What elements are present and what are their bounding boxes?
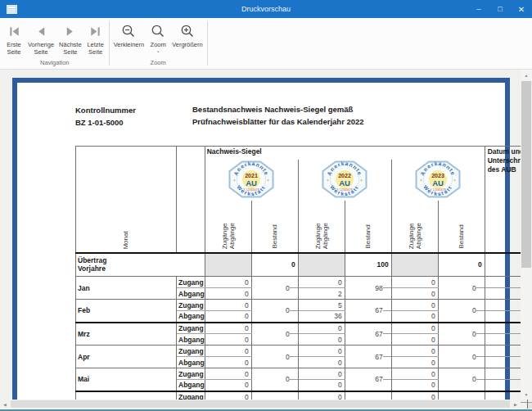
svg-text:✦: ✦ — [233, 178, 237, 183]
vorherige-seite-button[interactable]: Vorherige Seite — [25, 20, 56, 58]
vergr-ern-button[interactable]: Vergrößern — [169, 20, 205, 50]
bestand-cell: 0 — [251, 323, 298, 346]
zugaenge-header-cell: Zugänge Abgänge — [298, 201, 345, 253]
month-label: Apr — [76, 346, 177, 368]
shaded-cell — [205, 253, 251, 277]
svg-text:X 12345678: X 12345678 — [243, 187, 259, 191]
zoom-out-icon — [121, 22, 136, 40]
seal-badge-2022: Anerkannte Werkstatt 2022 AU X 12345678 … — [298, 160, 391, 201]
svg-text:AU: AU — [432, 178, 444, 187]
bestand-cell: 0 — [438, 277, 485, 300]
document-title: Bestandsnachweis Nachweis-Siegel gemäß P… — [192, 104, 364, 128]
abgang-value: 0 — [298, 380, 345, 391]
zoom-button[interactable]: Zoom⌄ — [147, 20, 169, 54]
bestand-cell: 67 — [345, 368, 391, 391]
document-title-line2: Prüfnachweisblätter für das Kalenderjahr… — [192, 116, 364, 129]
vertical-scroll-thumb[interactable] — [521, 81, 531, 268]
bestand-value: 67 — [375, 306, 382, 314]
empty-header-cell — [177, 147, 205, 253]
abgang-value: 2 — [298, 288, 345, 300]
toolbar-group-zoom: VerkleinernZoom⌄VergrößernZoom — [111, 18, 205, 69]
svg-text:AU: AU — [339, 178, 350, 187]
title-bar[interactable]: Druckvorschau – □ ✕ — [0, 0, 532, 18]
abgang-label: Abgang — [177, 334, 205, 346]
bestand-cell: 0 — [438, 300, 485, 323]
bestand-cell: 0 — [438, 323, 485, 346]
seal-inventory-table: Monat Nachweis-Siegel Datum und Untersch… — [75, 146, 532, 409]
zugaenge-header-cell: Zugänge Abgänge — [391, 201, 438, 253]
n-chste-seite-button[interactable]: Nächste Seite — [56, 20, 84, 58]
control-number-block: Kontrollnummer BZ 1-01-5000 — [75, 104, 136, 129]
zugang-label: Zugang — [177, 346, 205, 357]
month-rows: JanZugang0009800Abgang020FebZugang005670… — [76, 277, 532, 409]
abgang-value: 0 — [391, 288, 438, 300]
svg-text:AU: AU — [246, 178, 257, 187]
zugang-value: 0 — [205, 346, 251, 357]
horizontal-scroll-thumb[interactable] — [11, 400, 510, 408]
control-number-label: Kontrollnummer — [75, 104, 136, 116]
month-label: Mai — [76, 368, 177, 391]
group-label-navigation: Navigation — [2, 58, 107, 69]
vertical-scrollbar[interactable]: ▲ ▼ — [521, 70, 532, 400]
abgang-label: Abgang — [177, 380, 205, 391]
svg-text:X 12345678: X 12345678 — [430, 187, 445, 191]
svg-text:✦: ✦ — [420, 178, 423, 183]
zugang-value: 0 — [391, 277, 438, 288]
abgang-label: Abgang — [177, 357, 205, 368]
abgang-label: Abgang — [177, 288, 205, 300]
carryover-bestand: 0 — [438, 253, 485, 277]
scroll-left-icon[interactable]: ◀ — [0, 400, 10, 409]
shaded-cell — [298, 253, 345, 277]
horizontal-scrollbar[interactable]: ◀ ▶ — [0, 400, 521, 409]
bestand-cell: 67 — [345, 300, 391, 323]
zugang-value: 0 — [298, 277, 345, 288]
vermerk-shaded-cell — [527, 403, 532, 409]
svg-text:X 12345678: X 12345678 — [336, 187, 352, 191]
zoom-icon — [151, 22, 165, 40]
abgang-value: 0 — [391, 311, 438, 323]
letzte-seite-button[interactable]: Letzte Seite — [84, 20, 107, 58]
zugang-label: Zugang — [177, 300, 205, 311]
carryover-row: Übertrag Vorjahre 0 100 0 — [76, 253, 532, 277]
bestand-cell: 0 — [251, 346, 298, 368]
shaded-cell — [391, 253, 438, 277]
scroll-right-icon[interactable]: ▶ — [511, 400, 521, 409]
toolbar-group-navigation: Erste SeiteVorherige SeiteNächste SeiteL… — [2, 18, 107, 69]
erste-seite-button[interactable]: Erste Seite — [2, 20, 25, 58]
control-number-value: BZ 1-01-5000 — [75, 116, 136, 129]
bestand-cell: 0 — [438, 368, 485, 391]
preview-pane: Kontrollnummer BZ 1-01-5000 Bestandsnach… — [0, 70, 532, 409]
carryover-bestand: 0 — [251, 253, 298, 277]
month-row-jan: JanZugang0009800 — [76, 277, 532, 288]
table-header-rows: Monat Nachweis-Siegel Datum und Untersch… — [76, 147, 532, 277]
svg-text:2022: 2022 — [338, 173, 351, 178]
toolbar: Erste SeiteVorherige SeiteNächste SeiteL… — [0, 18, 532, 70]
zugang-value: 0 — [391, 368, 438, 380]
month-row-mai: MaiZugang0006700 — [76, 368, 532, 380]
abgang-label: Abgang — [177, 311, 205, 323]
verkleinern-button[interactable]: Verkleinern — [111, 20, 147, 50]
siegel-header-label: Nachweis-Siegel — [205, 147, 485, 160]
month-label: Jan — [76, 277, 177, 300]
abgang-value: 0 — [298, 357, 345, 368]
bestand-value: 67 — [375, 375, 382, 383]
monat-header-label: Monat — [122, 149, 129, 249]
group-label-zoom: Zoom — [111, 58, 205, 69]
zugaenge-header-cell: Zugänge Abgänge — [205, 201, 251, 253]
zugang-value: 0 — [205, 368, 251, 380]
bestand-value: 67 — [375, 353, 382, 361]
svg-text:✦: ✦ — [327, 178, 330, 183]
zugang-value: 0 — [391, 323, 438, 334]
month-label: Mrz — [76, 323, 177, 346]
zugang-label: Zugang — [177, 277, 205, 288]
scroll-down-icon[interactable]: ▼ — [521, 389, 532, 400]
bestand-header-cell: Bestand — [345, 201, 391, 253]
abgang-value: 36 — [298, 311, 345, 323]
zugang-label: Zugang — [177, 368, 205, 380]
zoom-in-icon — [180, 22, 195, 40]
bestand-header-cell: Bestand — [438, 201, 485, 253]
scroll-up-icon[interactable]: ▲ — [521, 70, 532, 80]
month-row-mrz: MrzZugang0006700 — [76, 323, 532, 334]
bestand-cell: 0 — [251, 300, 298, 323]
group-separator — [207, 21, 208, 65]
